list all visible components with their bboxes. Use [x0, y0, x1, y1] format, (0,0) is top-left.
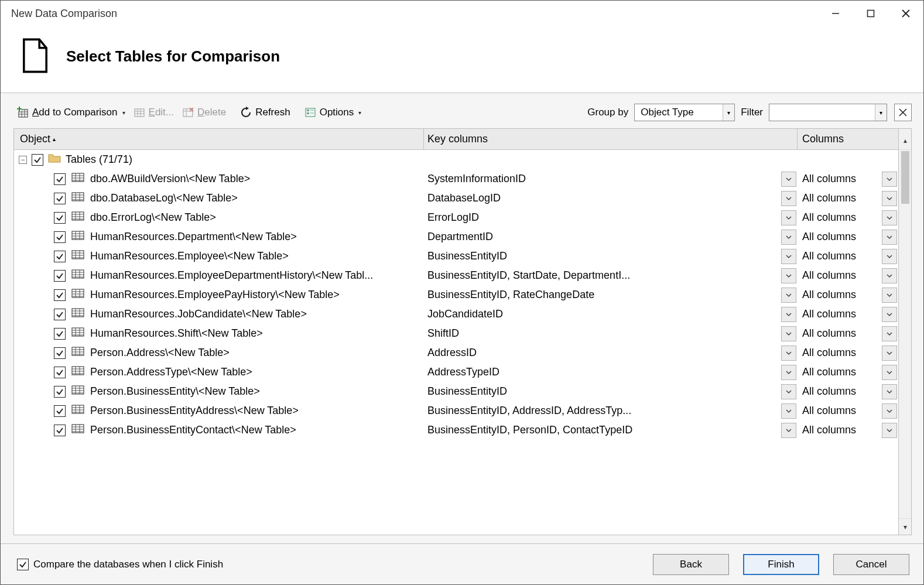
- checkbox-icon[interactable]: [54, 212, 66, 224]
- column-header-object[interactable]: Object ▴: [14, 129, 424, 149]
- filter-input[interactable]: [769, 104, 875, 121]
- finish-button[interactable]: Finish: [743, 554, 819, 575]
- key-dropdown[interactable]: [781, 326, 796, 341]
- columns-dropdown[interactable]: [882, 230, 897, 245]
- columns-value: All columns: [802, 231, 882, 243]
- checkbox-icon[interactable]: [54, 270, 66, 282]
- key-columns: BusinessEntityID, AddressID, AddressTyp.…: [427, 405, 778, 417]
- key-dropdown[interactable]: [781, 423, 796, 438]
- refresh-button[interactable]: Refresh: [237, 105, 294, 119]
- minimize-button[interactable]: [818, 1, 853, 26]
- table-row[interactable]: HumanResources.JobCandidate\<New Table>J…: [14, 305, 898, 324]
- checkbox-icon[interactable]: [54, 328, 66, 340]
- collapse-icon[interactable]: −: [19, 156, 27, 164]
- checkbox-icon[interactable]: [54, 193, 66, 204]
- table-row[interactable]: HumanResources.Department\<New Table>Dep…: [14, 227, 898, 247]
- checkbox-icon[interactable]: [54, 289, 66, 301]
- checkbox-icon: [17, 559, 29, 570]
- object-name: Person.Address\<New Table>: [90, 347, 230, 359]
- scroll-thumb[interactable]: [901, 151, 909, 204]
- delete-button[interactable]: Delete: [179, 105, 230, 119]
- object-name: HumanResources.Department\<New Table>: [90, 231, 297, 243]
- checkbox-icon[interactable]: [54, 367, 66, 378]
- key-dropdown[interactable]: [781, 249, 796, 264]
- header: Select Tables for Comparison: [1, 26, 923, 93]
- scroll-down-icon[interactable]: ▾: [899, 518, 911, 535]
- columns-dropdown[interactable]: [882, 249, 897, 264]
- group-label: Tables (71/71): [66, 153, 132, 166]
- key-dropdown[interactable]: [781, 384, 796, 399]
- columns-dropdown[interactable]: [882, 365, 897, 380]
- key-dropdown[interactable]: [781, 288, 796, 303]
- checkbox-icon[interactable]: [54, 425, 66, 436]
- columns-dropdown[interactable]: [882, 191, 897, 206]
- column-header-key[interactable]: Key columns: [424, 129, 798, 149]
- table-row[interactable]: Person.BusinessEntityContact\<New Table>…: [14, 420, 898, 440]
- key-dropdown[interactable]: [781, 210, 796, 225]
- checkbox-icon[interactable]: [32, 154, 43, 166]
- columns-dropdown[interactable]: [882, 307, 897, 322]
- key-dropdown[interactable]: [781, 230, 796, 245]
- object-name: Person.BusinessEntityContact\<New Table>: [90, 424, 296, 436]
- checkbox-icon[interactable]: [54, 251, 66, 262]
- table-icon: [71, 249, 84, 263]
- column-header-columns[interactable]: Columns: [798, 129, 898, 149]
- group-row-tables[interactable]: −Tables (71/71): [14, 150, 898, 169]
- table-row[interactable]: HumanResources.Shift\<New Table>ShiftIDA…: [14, 324, 898, 343]
- checkbox-icon[interactable]: [54, 231, 66, 243]
- columns-dropdown[interactable]: [882, 288, 897, 303]
- table-icon: [71, 385, 84, 398]
- key-dropdown[interactable]: [781, 172, 796, 187]
- columns-dropdown[interactable]: [882, 172, 897, 187]
- key-dropdown[interactable]: [781, 345, 796, 361]
- checkbox-icon[interactable]: [54, 405, 66, 417]
- table-row[interactable]: Person.BusinessEntityAddress\<New Table>…: [14, 401, 898, 420]
- table-row[interactable]: Person.AddressType\<New Table>AddressTyp…: [14, 362, 898, 382]
- back-button[interactable]: Back: [653, 554, 729, 575]
- table-icon: [71, 307, 84, 321]
- columns-dropdown[interactable]: [882, 210, 897, 225]
- table-row[interactable]: HumanResources.Employee\<New Table>Busin…: [14, 247, 898, 266]
- clear-filter-button[interactable]: [894, 104, 912, 121]
- close-button[interactable]: [888, 1, 923, 26]
- table-row[interactable]: dbo.DatabaseLog\<New Table>DatabaseLogID…: [14, 189, 898, 208]
- table-row[interactable]: Person.Address\<New Table>AddressIDAll c…: [14, 343, 898, 362]
- chevron-down-icon: ▾: [122, 110, 125, 116]
- columns-dropdown[interactable]: [882, 423, 897, 438]
- groupby-dropdown[interactable]: Object Type ▾: [634, 104, 735, 121]
- key-dropdown[interactable]: [781, 191, 796, 206]
- compare-on-finish-checkbox[interactable]: Compare the databases when I click Finis…: [17, 559, 223, 570]
- columns-dropdown[interactable]: [882, 326, 897, 341]
- groupby-label: Group by: [587, 107, 628, 118]
- table-row[interactable]: HumanResources.EmployeeDepartmentHistory…: [14, 266, 898, 285]
- key-columns: JobCandidateID: [427, 308, 778, 320]
- table-row[interactable]: Person.BusinessEntity\<New Table>Busines…: [14, 382, 898, 401]
- columns-dropdown[interactable]: [882, 403, 897, 419]
- scroll-up-icon[interactable]: ▴: [899, 129, 911, 150]
- key-dropdown[interactable]: [781, 365, 796, 380]
- key-dropdown[interactable]: [781, 307, 796, 322]
- columns-dropdown[interactable]: [882, 384, 897, 399]
- edit-button[interactable]: Edit...: [130, 105, 177, 119]
- vertical-scrollbar[interactable]: ▴ ▾: [898, 129, 911, 535]
- table-row[interactable]: dbo.ErrorLog\<New Table>ErrorLogIDAll co…: [14, 208, 898, 227]
- checkbox-icon[interactable]: [54, 173, 66, 185]
- key-dropdown[interactable]: [781, 403, 796, 419]
- columns-value: All columns: [802, 405, 882, 417]
- checkbox-icon[interactable]: [54, 386, 66, 398]
- checkbox-icon[interactable]: [54, 347, 66, 359]
- options-button[interactable]: Options ▾: [301, 105, 365, 119]
- table-row[interactable]: HumanResources.EmployeePayHistory\<New T…: [14, 285, 898, 305]
- chevron-down-icon[interactable]: ▾: [875, 104, 887, 121]
- table-icon: [71, 211, 84, 224]
- columns-dropdown[interactable]: [882, 268, 897, 283]
- columns-dropdown[interactable]: [882, 345, 897, 361]
- table-row[interactable]: dbo.AWBuildVersion\<New Table>SystemInfo…: [14, 169, 898, 189]
- add-to-comparison-button[interactable]: Add to Comparison ▾: [13, 105, 129, 119]
- grid: Object ▴ Key columns Columns −Tables (71…: [13, 128, 912, 535]
- key-dropdown[interactable]: [781, 268, 796, 283]
- cancel-button[interactable]: Cancel: [833, 554, 909, 575]
- checkbox-icon[interactable]: [54, 309, 66, 320]
- close-icon: [901, 9, 911, 18]
- maximize-button[interactable]: [853, 1, 888, 26]
